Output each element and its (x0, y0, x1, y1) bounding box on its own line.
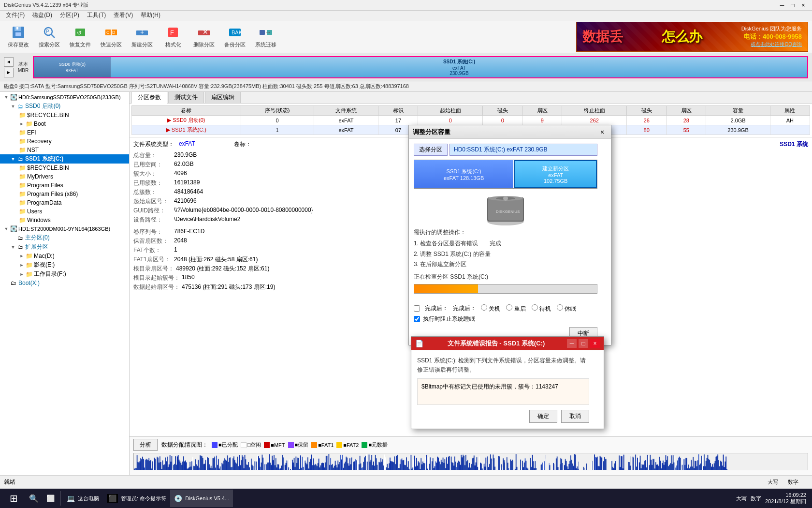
tree-item-efi[interactable]: 📁 EFI (0, 128, 129, 137)
table-row[interactable]: ▶ SSD0 启动(0) 0 exFAT 17 0 0 9 262 26 28 … (132, 116, 810, 125)
expander-work[interactable]: ► (18, 271, 25, 278)
expander-video[interactable]: ► (18, 262, 25, 269)
save-icon (11, 25, 26, 40)
legend-color-meta (362, 442, 367, 448)
tree-item-programdata[interactable]: 📁 ProgramData (0, 198, 129, 207)
migrate-button[interactable]: → 系统迁移 (251, 23, 280, 51)
resize-dialog-title[interactable]: 调整分区容量 × (409, 125, 611, 139)
tree-item-ext-part[interactable]: ▼ 🗂 扩展分区 (0, 242, 129, 252)
legend-reserved: ■保留 (288, 441, 309, 448)
tree-item-ssd0[interactable]: ▼ 🗂 SSD0 启动(0) (0, 102, 129, 111)
error-maximize-button[interactable]: □ (579, 339, 588, 348)
tab-partition-params[interactable]: 分区参数 (131, 92, 167, 104)
menu-file[interactable]: 文件(F) (2, 10, 29, 20)
error-cancel-button[interactable]: 取消 (561, 410, 589, 423)
resize-part-left[interactable]: SSD1 系统(C:) exFAT 128.13GB (414, 160, 514, 188)
tree-item-nst[interactable]: 📁 NST (0, 146, 129, 154)
tab-sector-edit[interactable]: 扇区编辑 (205, 92, 241, 103)
svg-text:F: F (170, 29, 174, 36)
error-dialog-title-bar[interactable]: 📄 文件系统错误报告 - SSD1 系统(C:) ─ □ × (411, 337, 604, 350)
quick-partition-button[interactable]: CD 快速分区 (97, 23, 126, 51)
tree-item-bootx[interactable]: 🗂 Boot(X:) (0, 279, 129, 287)
resize-dialog-close[interactable]: × (597, 127, 607, 137)
backup-partition-button[interactable]: BAK 备份分区 (220, 23, 249, 51)
taskbar-taskview-button[interactable]: ⬜ (43, 490, 58, 507)
tree-item-programfiles86[interactable]: 📁 Program Files (x86) (0, 190, 129, 198)
tree-label-efi: EFI (27, 129, 36, 136)
menu-disk[interactable]: 磁盘(D) (29, 10, 56, 20)
taskbar-app-computer[interactable]: 💻 这台电脑 (63, 490, 103, 507)
tree-item-recycle0[interactable]: 📁 $RECYCLE.BIN (0, 111, 129, 120)
expander-boot[interactable]: ► (18, 120, 25, 127)
tree-label-programfiles86: Program Files (x86) (27, 191, 78, 197)
disk-seg-ssd0[interactable]: SSD0 启动(0) exFAT (34, 57, 111, 77)
prevent-sleep-checkbox[interactable] (414, 316, 420, 322)
tree-item-recovery[interactable]: 📁 Recovery (0, 137, 129, 146)
opt-hibernate[interactable]: 休眠 (557, 304, 576, 313)
tree-item-main-part[interactable]: ► 🗂 主分区(0) (0, 233, 129, 242)
resize-part-right[interactable]: 建立新分区 exFAT102.75GB (514, 160, 597, 188)
maximize-button[interactable]: □ (788, 1, 798, 10)
error-dialog-content: SSD1 系统(C:): 检测到下列文件系统错误，分区容量未做调整。请修正错误后… (411, 350, 595, 429)
select-partition-button[interactable]: 选择分区 (414, 144, 448, 156)
close-button[interactable]: × (798, 1, 808, 10)
delete-partition-button[interactable]: ✕ 删除分区 (189, 23, 218, 51)
cmd-label: 管理员: 命令提示符 (121, 495, 166, 502)
opt-restart[interactable]: 重启 (506, 304, 525, 313)
menu-view[interactable]: 查看(V) (110, 10, 137, 20)
disk-nav-next[interactable]: ► (4, 68, 14, 77)
legend-fat1: ■FAT1 (311, 441, 334, 448)
expander-hd0[interactable]: ▼ (3, 94, 10, 101)
taskbar-search-button[interactable]: 🔍 (25, 490, 43, 507)
tab-test-file[interactable]: 测试文件 (168, 92, 204, 103)
tree-item-mac[interactable]: ► 📁 Mac(D:) (0, 252, 129, 260)
tree-item-mydrivers[interactable]: 📁 MyDrivers (0, 172, 129, 181)
format-button[interactable]: F 格式化 (159, 23, 188, 51)
error-text: $Bitmap中有标记为已使用的未用簇，簇号：1143247 (421, 383, 558, 390)
minimize-button[interactable]: ─ (777, 1, 787, 10)
after-complete-checkbox[interactable] (414, 305, 420, 312)
partition-label-ssd1[interactable]: ▶ SSD1 系统(C:) (166, 127, 206, 133)
start-button[interactable]: ⊞ (2, 489, 25, 508)
expander-mac[interactable]: ► (18, 253, 25, 259)
partition-icon-ssd0: 🗂 (16, 103, 24, 110)
svg-text:C: C (106, 30, 110, 35)
opt-standby[interactable]: 待机 (532, 304, 551, 313)
menu-tool[interactable]: 工具(T) (83, 10, 110, 20)
progress-bar-fill (414, 284, 478, 293)
tree-item-boot[interactable]: ► 📁 Boot (0, 120, 129, 128)
partition-label-ssd0[interactable]: ▶ SSD0 启动(0) (167, 117, 205, 123)
expander-ssd0[interactable]: ▼ (10, 103, 16, 110)
tree-item-ssd1[interactable]: ▼ 🗂 SSD1 系统(C:) (0, 154, 129, 164)
opt-shutdown[interactable]: 关机 (481, 304, 500, 313)
tree-item-video[interactable]: ► 📁 影视(E:) (0, 260, 129, 269)
tree-item-users[interactable]: 📁 Users (0, 207, 129, 216)
taskbar-app-diskgenius[interactable]: 💿 DiskGenius V5.4... (170, 490, 233, 507)
taskbar-app-cmd[interactable]: ⬛ 管理员: 命令提示符 (103, 490, 170, 507)
tree-item-hd1[interactable]: ▼ 💽 HD1:ST2000DM001-9YN164(1863GB) (0, 224, 129, 233)
col-fs: 文件系统 (314, 106, 378, 116)
disk-seg-ssd1[interactable]: SSD1 系统(C:) exFAT 230.9GB (111, 57, 807, 77)
expander-ssd1[interactable]: ▼ (10, 156, 16, 163)
new-partition-button[interactable]: + 新建分区 (128, 23, 157, 51)
tree-item-programfiles[interactable]: 📁 Program Files (0, 181, 129, 190)
tree-item-windows[interactable]: 📁 Windows (0, 216, 129, 224)
search-partition-button[interactable]: P 搜索分区 (35, 23, 64, 51)
tray-clock[interactable]: 16:09:22 2021/8/12 星期四 (765, 492, 806, 505)
error-minimize-button[interactable]: ─ (567, 339, 577, 348)
tree-item-hd0[interactable]: ▼ 💽 HD0:SamsungSSD750EVO250GB(233GB) (0, 93, 129, 102)
menu-partition[interactable]: 分区(P) (56, 10, 83, 20)
expander-ext-part[interactable]: ▼ (10, 244, 16, 251)
tree-item-work[interactable]: ► 📁 工作目录(F:) (0, 269, 129, 279)
expander-hd1[interactable]: ▼ (3, 225, 10, 232)
disk-nav-prev[interactable]: ◄ (4, 57, 14, 67)
error-ok-button[interactable]: 确定 (529, 410, 557, 423)
analyze-button[interactable]: 分析 (133, 439, 158, 451)
menu-help[interactable]: 帮助(H) (137, 10, 164, 20)
error-close-button[interactable]: × (590, 339, 600, 348)
svg-rect-2 (15, 32, 21, 36)
tree-item-recycle1[interactable]: 📁 $RECYCLE.BIN (0, 164, 129, 172)
toolbar-banner[interactable]: 数据丢 怎么办 DiskGenius 团队为您服务 电话：400-008-995… (576, 22, 808, 52)
save-changes-button[interactable]: 保存更改 (4, 23, 33, 51)
recover-file-button[interactable]: ↺ 恢复文件 (66, 23, 95, 51)
